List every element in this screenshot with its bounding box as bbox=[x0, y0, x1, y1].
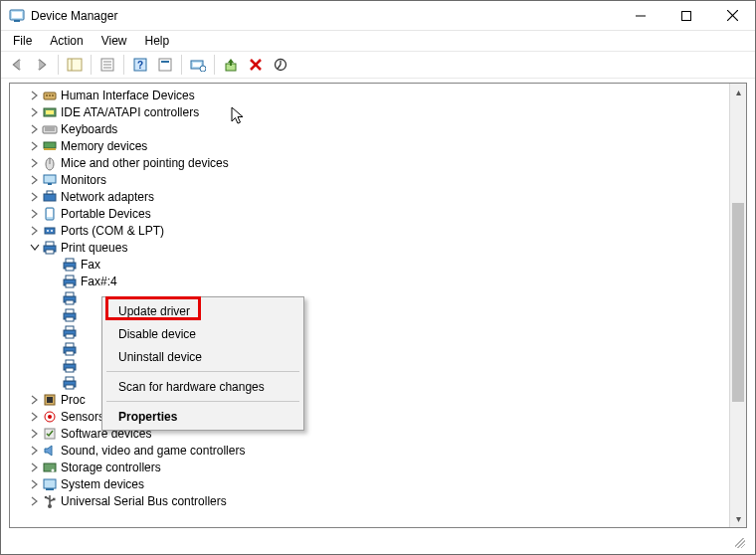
processor-icon bbox=[42, 392, 58, 408]
window-controls bbox=[618, 1, 755, 30]
disable-button[interactable] bbox=[269, 54, 292, 76]
svg-rect-4 bbox=[682, 11, 691, 20]
chevron-right-icon[interactable] bbox=[28, 393, 42, 407]
sound-icon bbox=[42, 443, 58, 459]
tree-node-label: IDE ATA/ATAPI controllers bbox=[61, 105, 199, 119]
context-disable-device[interactable]: Disable device bbox=[104, 322, 301, 345]
minimize-button[interactable] bbox=[618, 1, 663, 30]
tree-node[interactable]: System devices bbox=[14, 475, 728, 492]
chevron-right-icon[interactable] bbox=[28, 173, 42, 187]
window-title: Device Manager bbox=[31, 9, 618, 23]
svg-rect-2 bbox=[14, 20, 20, 22]
chevron-right-icon[interactable] bbox=[28, 461, 42, 474]
keyboard-icon bbox=[42, 121, 58, 137]
show-hide-console-button[interactable] bbox=[63, 54, 87, 76]
tree-node[interactable]: Fax bbox=[14, 256, 728, 273]
back-button[interactable] bbox=[5, 54, 29, 76]
tree-node[interactable]: Ports (COM & LPT) bbox=[14, 222, 728, 239]
printer-icon bbox=[62, 358, 78, 374]
hid-icon bbox=[42, 88, 58, 103]
tree-node-label: Memory devices bbox=[61, 139, 147, 153]
tree-node-label: Keyboards bbox=[61, 122, 117, 136]
menu-file[interactable]: File bbox=[5, 32, 40, 50]
chevron-right-icon[interactable] bbox=[28, 224, 42, 238]
chevron-right-icon[interactable] bbox=[28, 139, 42, 153]
toolbar: ? bbox=[1, 51, 755, 79]
scroll-down-arrow[interactable]: ▾ bbox=[730, 510, 746, 527]
tree-node[interactable]: Sound, video and game controllers bbox=[14, 442, 728, 459]
chevron-right-icon[interactable] bbox=[28, 494, 42, 508]
monitor-icon bbox=[42, 172, 58, 188]
tree-node-label: Monitors bbox=[61, 173, 106, 187]
chevron-right-icon[interactable] bbox=[28, 207, 42, 221]
context-menu: Update driver Disable device Uninstall d… bbox=[101, 296, 304, 431]
chevron-right-icon[interactable] bbox=[28, 89, 42, 102]
menu-help[interactable]: Help bbox=[137, 32, 178, 50]
tree-node[interactable]: Human Interface Devices bbox=[14, 87, 728, 103]
tree-node-label: Mice and other pointing devices bbox=[61, 156, 229, 170]
chevron-down-icon[interactable] bbox=[28, 241, 42, 255]
chevron-right-icon[interactable] bbox=[28, 156, 42, 170]
chevron-right-icon[interactable] bbox=[28, 105, 42, 119]
tree-node[interactable]: Fax#:4 bbox=[14, 273, 728, 289]
tree-node-label: Proc bbox=[61, 393, 86, 407]
update-driver-button[interactable] bbox=[219, 54, 243, 76]
context-update-driver[interactable]: Update driver bbox=[104, 299, 301, 322]
software-icon bbox=[42, 426, 58, 442]
scan-hardware-button[interactable] bbox=[186, 54, 210, 76]
chevron-right-icon[interactable] bbox=[28, 122, 42, 136]
tree-node[interactable]: Network adapters bbox=[14, 188, 728, 205]
svg-text:?: ? bbox=[137, 60, 143, 71]
tree-node[interactable]: Keyboards bbox=[14, 120, 728, 137]
context-scan-hardware[interactable]: Scan for hardware changes bbox=[104, 375, 301, 398]
close-button[interactable] bbox=[709, 1, 755, 30]
toolbar-separator bbox=[123, 55, 124, 75]
uninstall-button[interactable] bbox=[244, 54, 268, 76]
vertical-scrollbar[interactable]: ▴ ▾ bbox=[729, 84, 746, 527]
mouse-icon bbox=[42, 155, 58, 171]
portable-icon bbox=[42, 206, 58, 222]
chevron-right-icon[interactable] bbox=[28, 427, 42, 441]
scroll-up-arrow[interactable]: ▴ bbox=[730, 84, 746, 100]
context-properties[interactable]: Properties bbox=[104, 405, 301, 428]
chevron-right-icon[interactable] bbox=[28, 444, 42, 458]
forward-button[interactable] bbox=[30, 54, 54, 76]
printer-icon bbox=[62, 324, 78, 340]
storage-icon bbox=[42, 460, 58, 475]
tree-node[interactable]: Memory devices bbox=[14, 137, 728, 154]
tree-node-label: Network adapters bbox=[61, 190, 154, 204]
chevron-right-icon[interactable] bbox=[28, 190, 42, 204]
menu-view[interactable]: View bbox=[94, 32, 135, 50]
tree-node-label: Ports (COM & LPT) bbox=[61, 224, 164, 238]
action-button[interactable] bbox=[153, 54, 177, 76]
tree-node[interactable]: Storage controllers bbox=[14, 459, 728, 475]
scroll-thumb[interactable] bbox=[732, 203, 744, 402]
tree-node[interactable]: Mice and other pointing devices bbox=[14, 154, 728, 171]
chevron-right-icon[interactable] bbox=[28, 477, 42, 491]
svg-rect-16 bbox=[161, 61, 169, 63]
tree-node[interactable]: Universal Serial Bus controllers bbox=[14, 492, 728, 509]
svg-rect-1 bbox=[12, 12, 22, 18]
printer-icon bbox=[62, 274, 78, 289]
tree-node-label: Print queues bbox=[61, 241, 127, 255]
tree-node-label: Storage controllers bbox=[61, 461, 161, 474]
menu-action[interactable]: Action bbox=[42, 32, 91, 50]
context-uninstall-device[interactable]: Uninstall device bbox=[104, 345, 301, 368]
tree-node[interactable]: Monitors bbox=[14, 171, 728, 188]
context-separator bbox=[106, 401, 299, 402]
printer-icon bbox=[62, 341, 78, 357]
title-bar: Device Manager bbox=[1, 1, 755, 31]
tree-node-label: Sensors bbox=[61, 410, 104, 424]
chevron-right-icon[interactable] bbox=[28, 410, 42, 424]
tree-node-label: Human Interface Devices bbox=[61, 89, 195, 102]
tree-node-label: Portable Devices bbox=[61, 207, 151, 221]
resize-grip[interactable] bbox=[731, 534, 747, 550]
tree-node[interactable]: Portable Devices bbox=[14, 205, 728, 222]
maximize-button[interactable] bbox=[663, 1, 709, 30]
tree-node-label: System devices bbox=[61, 477, 144, 491]
tree-node-label: Universal Serial Bus controllers bbox=[61, 494, 227, 508]
tree-node[interactable]: IDE ATA/ATAPI controllers bbox=[14, 103, 728, 120]
help-button[interactable]: ? bbox=[128, 54, 152, 76]
tree-node[interactable]: Print queues bbox=[14, 239, 728, 256]
properties-button[interactable] bbox=[95, 54, 119, 76]
